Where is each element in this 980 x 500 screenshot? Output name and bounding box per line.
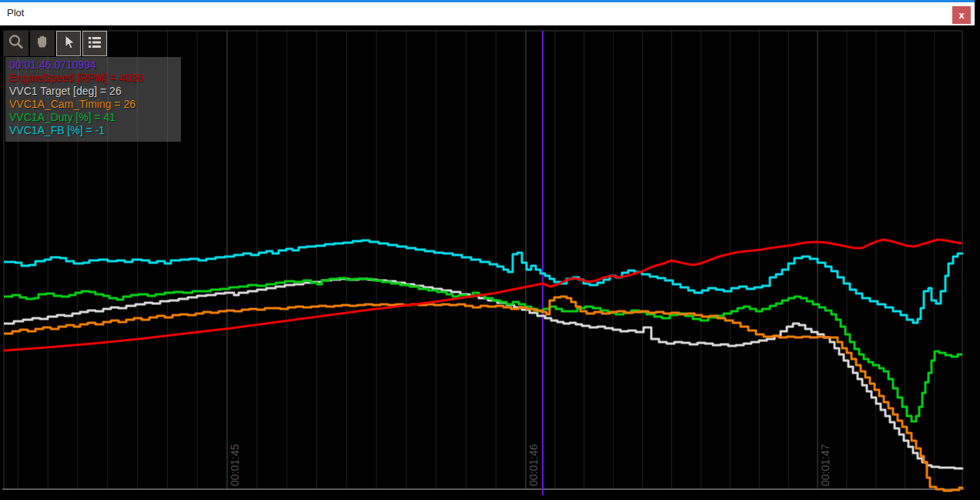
zoom-tool-button[interactable] — [4, 31, 28, 56]
series-trace-vvc1a-fb- — [4, 240, 962, 323]
x-axis-tick-label: 00:01:45 — [229, 444, 241, 486]
close-icon: x — [958, 9, 964, 21]
pan-tool-button[interactable] — [30, 31, 55, 56]
toolbar — [4, 31, 107, 56]
hand-icon — [34, 34, 51, 53]
select-tool-button[interactable] — [56, 31, 81, 56]
series-trace-vvc1a-duty- — [4, 278, 962, 421]
legend-tool-button[interactable] — [82, 31, 107, 56]
titlebar-accent — [0, 0, 975, 2]
cursor-icon — [60, 34, 77, 53]
hover-legend: 00:01:46.0710994EngineSpeed [RPM] = 4026… — [5, 57, 181, 142]
x-axis-tick-label: 00:01:47 — [819, 444, 831, 486]
legend-item: VVC1A_FB [%] = -1 — [9, 124, 177, 137]
magnifier-icon — [8, 34, 25, 53]
list-icon — [86, 34, 103, 53]
cursor-timestamp: 00:01:46.0710994 — [9, 59, 177, 72]
x-axis-tick-label: 00:01:46 — [527, 444, 540, 486]
close-button[interactable]: x — [952, 6, 971, 24]
legend-item: VVC1A_Cam_Timing = 26 — [9, 98, 177, 111]
legend-item: VVC1A_Duty [%] = 41 — [9, 111, 177, 124]
legend-item: EngineSpeed [RPM] = 4026 — [9, 72, 177, 85]
window-title: Plot — [7, 7, 24, 18]
titlebar: Plot x — [0, 0, 975, 25]
legend-item: VVC1 Target [deg] = 26 — [9, 85, 177, 98]
